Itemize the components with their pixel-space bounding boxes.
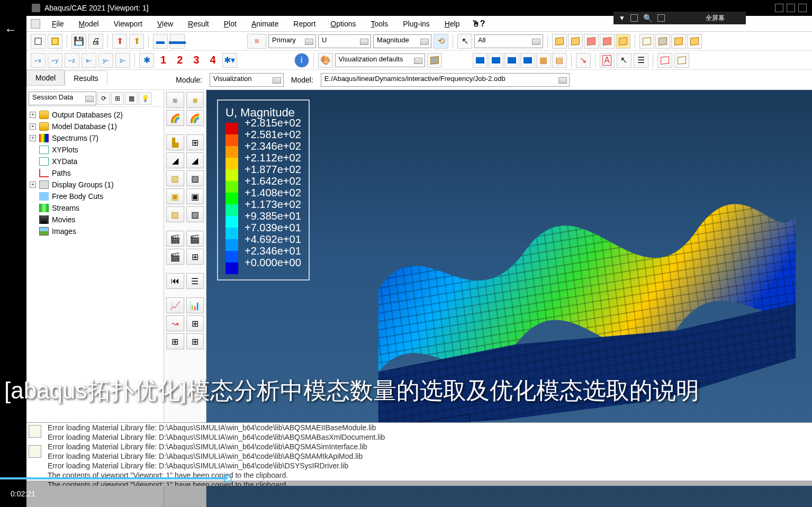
layout-tile-button[interactable]: ▤: [552, 53, 567, 68]
progress-thumb[interactable]: [223, 474, 232, 483]
field-output-dialog-button[interactable]: ⊞: [247, 34, 266, 49]
menu-result[interactable]: Result: [181, 17, 216, 30]
tree-item[interactable]: Paths: [28, 167, 163, 179]
tree-item[interactable]: Movies: [28, 214, 163, 225]
context-help-icon[interactable]: 🖱?: [472, 19, 485, 29]
app-menu-icon[interactable]: [31, 19, 40, 29]
plot-contour-opts-button[interactable]: 🌈: [186, 110, 204, 126]
session-data-combo[interactable]: Session Data: [29, 92, 96, 105]
animate-scale-button[interactable]: 🎬: [166, 231, 184, 247]
plot-undeformed-button[interactable]: ▦: [166, 92, 184, 108]
tree-item[interactable]: XYPlots: [28, 144, 163, 156]
select-arrow-button[interactable]: ↖: [457, 34, 472, 49]
menu-plot[interactable]: Plot: [216, 17, 244, 30]
menu-view[interactable]: View: [150, 17, 181, 30]
dg-remove-button[interactable]: [584, 34, 599, 49]
menu-report[interactable]: Report: [286, 17, 323, 30]
new-model-button[interactable]: [31, 34, 46, 49]
overlay-zoom-icon[interactable]: 🔍: [643, 14, 652, 22]
animate-opts-button[interactable]: ⊞: [186, 249, 204, 265]
video-progress-bar[interactable]: [0, 477, 812, 479]
maximize-button[interactable]: [787, 4, 795, 12]
animate-harmonic-button[interactable]: 🎬: [166, 249, 184, 265]
view-xy-button[interactable]: ⌐x: [31, 53, 46, 68]
dg-either-button[interactable]: [616, 34, 630, 49]
custom-view-1[interactable]: 1: [156, 54, 170, 66]
perspective-on-button[interactable]: [657, 53, 672, 68]
layout-horiz-button[interactable]: [489, 53, 503, 68]
xy-create-button[interactable]: 📈: [166, 297, 184, 313]
tree-item[interactable]: Images: [28, 225, 163, 237]
overlay-plot-button[interactable]: ▣: [166, 188, 184, 204]
overlay-window-icon[interactable]: [630, 14, 638, 22]
tab-results[interactable]: Results: [65, 70, 107, 86]
open-button[interactable]: [48, 34, 62, 49]
info-button[interactable]: i: [294, 53, 309, 68]
annotate-arrow-button[interactable]: ↖: [617, 53, 631, 68]
menu-help[interactable]: Help: [437, 17, 467, 30]
menu-options[interactable]: Options: [323, 17, 363, 30]
view-xz-button[interactable]: ⌐z: [65, 53, 79, 68]
plot-material-button[interactable]: ◢: [166, 152, 184, 168]
overlay-record-icon[interactable]: [657, 14, 665, 22]
clip-arrow-button[interactable]: ↘: [576, 53, 591, 68]
expand-icon[interactable]: +: [30, 135, 36, 141]
plot-material-opts-button[interactable]: ◢: [186, 152, 204, 168]
superimpose-button[interactable]: ▨: [186, 206, 204, 222]
tree-item[interactable]: XYData: [28, 156, 163, 167]
layout-cascade-button[interactable]: ▦: [536, 53, 551, 68]
frame-selector-button[interactable]: ☰: [186, 273, 204, 289]
plot-deformed-button[interactable]: ▦: [186, 92, 204, 108]
custom-view-2[interactable]: 2: [173, 54, 187, 66]
render-shaded-button[interactable]: [687, 34, 702, 49]
plot-ply-button[interactable]: ▧: [166, 170, 184, 186]
cli-tab-icon[interactable]: [29, 445, 41, 458]
tool-b-button[interactable]: ▬▬: [170, 34, 185, 49]
tree-highlight-button[interactable]: 💡: [139, 92, 151, 105]
common-opts-button[interactable]: ▨: [166, 206, 184, 222]
menu-viewport[interactable]: Viewport: [106, 17, 150, 30]
view-back-xy-button[interactable]: x⌐: [82, 53, 96, 68]
frame-first-button[interactable]: ⏮: [166, 273, 184, 289]
plot-contour-button[interactable]: 🌈: [166, 110, 184, 126]
tree-item[interactable]: +Display Groups (1): [28, 179, 163, 191]
menu-tools[interactable]: Tools: [364, 17, 396, 30]
sync-viewport-button[interactable]: ⟲: [434, 34, 448, 49]
import-part-button[interactable]: ⬆: [112, 34, 127, 49]
menu-model[interactable]: Model: [71, 17, 106, 30]
color-code-combo[interactable]: Visualization defaults: [335, 53, 425, 67]
dg-replace-button[interactable]: [552, 34, 567, 49]
xy-plot-button[interactable]: ↝: [166, 315, 184, 331]
render-filled-button[interactable]: [671, 34, 686, 49]
tree-item[interactable]: +Model Database (1): [28, 121, 163, 132]
print-button[interactable]: 🖨: [88, 34, 103, 49]
tree-item[interactable]: Streams: [28, 202, 163, 214]
plot-symbol-button[interactable]: ▙: [166, 134, 184, 150]
animate-time-button[interactable]: 🎬: [186, 231, 204, 247]
xy-manager-button[interactable]: 📊: [186, 297, 204, 313]
expand-icon[interactable]: +: [30, 182, 36, 188]
tab-model[interactable]: Model: [26, 70, 65, 85]
render-wireframe-button[interactable]: [639, 34, 654, 49]
view-back-xz-button[interactable]: z⌐: [115, 53, 130, 68]
expand-icon[interactable]: [30, 147, 36, 153]
message-tab-icon[interactable]: [29, 425, 41, 438]
view-yz-button[interactable]: ⌐y: [48, 53, 62, 68]
expand-icon[interactable]: [30, 228, 36, 234]
dg-intersect-button[interactable]: [600, 34, 615, 49]
expand-icon[interactable]: [30, 216, 36, 223]
plot-symbol-opts-button[interactable]: ⊞: [186, 134, 204, 150]
render-hidden-button[interactable]: [655, 34, 670, 49]
tree-item[interactable]: +Output Databases (2): [28, 109, 163, 121]
custom-view-3[interactable]: 3: [189, 54, 203, 66]
tree-refresh-button[interactable]: ⟳: [97, 92, 110, 105]
plot-ply-opts-button[interactable]: ▧: [186, 170, 204, 186]
back-arrow-icon[interactable]: ←: [4, 22, 17, 37]
field-create-button[interactable]: ⊞: [166, 333, 184, 349]
expand-icon[interactable]: [30, 158, 36, 165]
cycle-views-button[interactable]: ✱▾: [222, 53, 237, 68]
layout-vert-button[interactable]: [504, 53, 519, 68]
custom-view-4[interactable]: 4: [205, 54, 220, 66]
layout-quad-button[interactable]: [520, 53, 535, 68]
field-opts-button[interactable]: ⊞: [186, 333, 204, 349]
